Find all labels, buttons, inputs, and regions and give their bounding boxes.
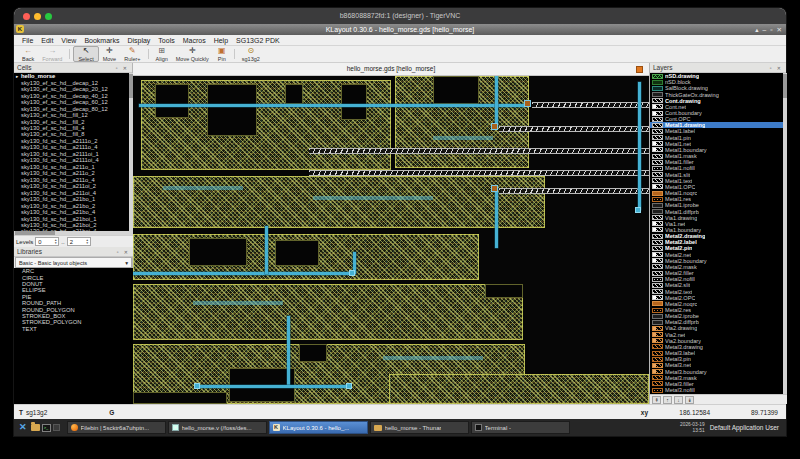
move-quickly-icon: ✛ bbox=[189, 47, 196, 55]
layer-swatch-icon bbox=[652, 197, 663, 202]
move-quickly-button[interactable]: ✛Move Quickly bbox=[172, 46, 213, 62]
panel-float-close-icons[interactable]: ▫ ✕ bbox=[117, 249, 130, 255]
metal2-wire[interactable] bbox=[638, 82, 641, 210]
layer-move-down-button[interactable]: ↓ bbox=[674, 396, 683, 404]
metal3-wire[interactable] bbox=[499, 126, 649, 132]
cell-name: sky130_ef_sc_hd__decap_60_12 bbox=[21, 99, 108, 105]
workspace-pager[interactable] bbox=[53, 424, 60, 431]
menu-view[interactable]: View bbox=[57, 37, 80, 44]
back-button[interactable]: ←Back bbox=[18, 46, 38, 62]
layer-move-up-button[interactable]: ↑ bbox=[663, 396, 672, 404]
metal3-wire[interactable] bbox=[499, 188, 649, 194]
menu-tools[interactable]: Tools bbox=[154, 37, 178, 44]
klayout-titlebar[interactable]: K KLayout 0.30.6 - hello_morse.gds [hell… bbox=[14, 24, 786, 35]
metal1-shape[interactable] bbox=[163, 186, 243, 190]
layer-name: Metal1.drawing bbox=[665, 122, 705, 128]
window-float-button[interactable]: ▴ bbox=[755, 25, 758, 34]
cell-name: sky130_ef_sc_hd__fill_2 bbox=[21, 119, 85, 125]
libraries-panel-title: Libraries bbox=[17, 248, 42, 255]
wire-endpoint[interactable] bbox=[346, 383, 352, 389]
taskbar-item-klayout[interactable]: KLayout 0.30.6 - hello_... bbox=[269, 421, 368, 434]
taskbar-item-filebin[interactable]: Filebin | 5scktr6a7uhptn... bbox=[67, 421, 166, 434]
libraries-list[interactable]: ARCCIRCLEDONUTELLIPSEPIEROUND_PATHROUND_… bbox=[14, 268, 133, 404]
cell-fabric[interactable] bbox=[133, 176, 545, 228]
move-button[interactable]: ✛Move bbox=[99, 46, 120, 62]
layer-swatch-icon bbox=[652, 98, 663, 103]
levels-to-spinbox[interactable]: 2 ▲▼ bbox=[67, 237, 91, 246]
libraries-dropdown[interactable]: Basic - Basic layout objects ▾ bbox=[15, 257, 132, 268]
metal1-shape[interactable] bbox=[383, 356, 483, 360]
terminal-launcher-icon[interactable]: >_ bbox=[42, 424, 51, 432]
metal1-shape[interactable] bbox=[193, 301, 283, 305]
window-maximize-button[interactable]: ▫ bbox=[770, 25, 772, 34]
window-minimize-button[interactable]: – bbox=[763, 25, 767, 34]
file-manager-launcher-icon[interactable] bbox=[31, 424, 40, 431]
menu-edit[interactable]: Edit bbox=[37, 37, 57, 44]
layer-item[interactable]: Metal3.nofill bbox=[650, 387, 787, 393]
cells-tree[interactable]: ▸hello_morsesky130_ef_sc_hd__decap_12sky… bbox=[14, 73, 133, 235]
metal2-wire[interactable] bbox=[495, 192, 498, 248]
wire-endpoint[interactable] bbox=[349, 270, 355, 276]
library-item-label: ROUND_PATH bbox=[22, 300, 61, 306]
panel-float-close-icons[interactable]: ▫ ✕ bbox=[770, 65, 783, 71]
metal2-wire[interactable] bbox=[139, 104, 527, 107]
metal3-wire[interactable] bbox=[309, 170, 649, 176]
metal2-wire[interactable] bbox=[287, 316, 290, 386]
menu-file[interactable]: File bbox=[18, 37, 37, 44]
metal2-wire[interactable] bbox=[495, 76, 498, 126]
layer-swatch-icon bbox=[652, 227, 663, 232]
sg13g2-button[interactable]: ⊙sg13g2 bbox=[238, 46, 264, 62]
taskbar-item-label: KLayout 0.30.6 - hello_... bbox=[283, 425, 350, 431]
metal3-wire[interactable] bbox=[532, 102, 649, 108]
menu-help[interactable]: Help bbox=[210, 37, 232, 44]
window-close-button[interactable]: ✕ bbox=[777, 25, 782, 34]
metal2-wire[interactable] bbox=[133, 272, 353, 275]
cell-name: sky130_fd_sc_hd__a2111o_2 bbox=[21, 138, 98, 144]
layer-move-top-button[interactable]: ↟ bbox=[652, 396, 661, 404]
metal2-wire[interactable] bbox=[197, 385, 349, 388]
levels-from-spinbox[interactable]: 0 ▲▼ bbox=[35, 237, 59, 246]
cell-fabric[interactable] bbox=[133, 284, 523, 340]
via-marker[interactable] bbox=[524, 100, 531, 107]
cursor-y-coordinate: 89.71399 bbox=[736, 409, 778, 416]
layer-swatch-icon bbox=[652, 326, 663, 331]
menu-sg13g2-pdk[interactable]: SG13G2 PDK bbox=[232, 37, 284, 44]
taskbar-item-terminal[interactable]: Terminal - bbox=[471, 421, 570, 434]
applications-menu-icon[interactable]: ✕ bbox=[19, 423, 27, 432]
layer-move-bottom-button[interactable]: ↡ bbox=[685, 396, 694, 404]
vnc-titlebar[interactable]: b868088872fd:1 (designer) - TigerVNC bbox=[14, 8, 786, 24]
library-item[interactable]: TEXT bbox=[14, 326, 133, 332]
menu-bookmarks[interactable]: Bookmarks bbox=[80, 37, 123, 44]
via-marker[interactable] bbox=[491, 185, 498, 192]
spinbox-arrows-icon[interactable]: ▲▼ bbox=[86, 239, 90, 244]
menu-bar: FileEditViewBookmarksDisplayToolsMacrosH… bbox=[14, 35, 786, 46]
layer-swatch-icon bbox=[652, 86, 663, 91]
wire-endpoint[interactable] bbox=[635, 207, 641, 213]
layer-name: Metal1.filler bbox=[665, 159, 694, 165]
cell-fabric[interactable] bbox=[389, 374, 649, 404]
tab-marker-icon[interactable] bbox=[636, 66, 643, 73]
layer-swatch-icon bbox=[652, 129, 663, 134]
metal3-wire[interactable] bbox=[309, 148, 649, 154]
panel-float-close-icons[interactable]: ▫ ✕ bbox=[116, 65, 129, 71]
align-button[interactable]: ⊞Align bbox=[152, 46, 172, 62]
ruler-button[interactable]: ✎Ruler+ bbox=[120, 46, 144, 62]
layers-list[interactable]: nSD.drawingnSD.blockSalBlock.drawingThic… bbox=[650, 73, 787, 394]
layers-vertical-scrollbar[interactable] bbox=[783, 73, 787, 394]
via-marker[interactable] bbox=[491, 123, 498, 130]
select-button[interactable]: ↖Select bbox=[73, 46, 98, 62]
forward-button[interactable]: →Forward bbox=[38, 46, 66, 62]
metal1-shape[interactable] bbox=[433, 136, 493, 140]
layout-tab[interactable]: hello_morse.gds [hello_morse] bbox=[133, 63, 649, 76]
clock[interactable]: 2026-03-19 13:51 bbox=[680, 422, 705, 433]
spinbox-arrows-icon[interactable]: ▲▼ bbox=[54, 239, 58, 244]
wire-endpoint[interactable] bbox=[194, 383, 200, 389]
metal2-wire[interactable] bbox=[265, 226, 268, 274]
menu-display[interactable]: Display bbox=[123, 37, 154, 44]
taskbar-item-hello-morse[interactable]: hello_morse - Thunar bbox=[370, 421, 469, 434]
layout-canvas[interactable] bbox=[133, 76, 649, 404]
taskbar-item-hello-morse-v[interactable]: hello_morse.v (/foss/des... bbox=[168, 421, 267, 434]
metal1-shape[interactable] bbox=[313, 196, 433, 200]
menu-macros[interactable]: Macros bbox=[179, 37, 210, 44]
pin-button[interactable]: ▣Pin bbox=[213, 46, 231, 62]
